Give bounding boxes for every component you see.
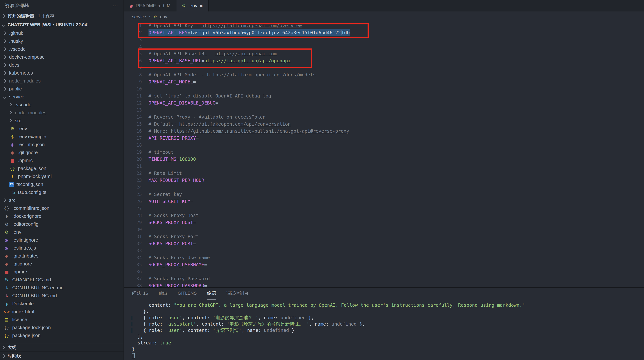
code-line-15[interactable]: 15# Default: https://ai.fakeopen.com/api… [124, 121, 644, 128]
outline-section[interactable]: 大纲 [0, 343, 124, 352]
tree-file-CONTRIBUTING.md[interactable]: ↓CONTRIBUTING.md [0, 292, 124, 300]
code-line-25[interactable]: 25# Secret key [124, 191, 644, 198]
code-line-9[interactable]: 9OPENAI_API_MODEL= [124, 78, 644, 85]
open-editors-section[interactable]: 打开的编辑器 1 未保存 [0, 11, 124, 20]
code-line-4[interactable]: 4 [124, 43, 644, 50]
tree-file-package.json[interactable]: {}package.json [0, 332, 124, 340]
terminal-token: content: [132, 303, 174, 308]
tree-file-.npmrc[interactable]: ■.npmrc [0, 268, 124, 276]
line-number: 1 [124, 22, 148, 29]
tree-file-.npmrc[interactable]: ■.npmrc [0, 156, 124, 164]
workspace-section[interactable]: CHATGPT-WEB [WSL: UBUNTU-22.04] [0, 20, 124, 29]
code-line-10[interactable]: 10 [124, 85, 644, 92]
code-line-33[interactable]: 33 [124, 247, 644, 254]
tree-folder-src[interactable]: src [0, 196, 124, 204]
tree-folder-node_modules[interactable]: node_modules [0, 109, 124, 117]
tree-file-package.json[interactable]: {}package.json [0, 164, 124, 172]
code-line-28[interactable]: 28# Socks Proxy Host [124, 212, 644, 219]
tree-folder-node_modules[interactable]: node_modules [0, 77, 124, 85]
code-line-13[interactable]: 13 [124, 107, 644, 114]
code-line-24[interactable]: 24 [124, 184, 644, 191]
tree-file-CHANGELOG.md[interactable]: ↻CHANGELOG.md [0, 276, 124, 284]
tree-file-tsup.config.ts[interactable]: TStsup.config.ts [0, 188, 124, 196]
code-token: # Socks Proxy Host [148, 213, 199, 218]
code-line-5[interactable]: 5# OpenAI API Base URL - https://api.ope… [124, 50, 644, 57]
code-line-20[interactable]: 20TIMEOUT_MS=100000 [124, 156, 644, 163]
code-line-31[interactable]: 31# Socks Proxy Port [124, 233, 644, 240]
code-line-23[interactable]: 23MAX_REQUEST_PER_HOUR= [124, 177, 644, 184]
panel-tab-终端[interactable]: 终端 [207, 288, 216, 300]
code-line-6[interactable]: 6OPENAI_API_BASE_URL=https://fastgpt.run… [124, 57, 644, 64]
tree-item-label: tsconfig.json [16, 181, 43, 187]
code-line-11[interactable]: 11# set `true` to disable OpenAI API deb… [124, 92, 644, 99]
panel-tab-输出[interactable]: 输出 [158, 288, 168, 300]
code-line-18[interactable]: 18 [124, 142, 644, 149]
tree-folder-service[interactable]: service [0, 93, 124, 101]
tree-folder-public[interactable]: public [0, 85, 124, 93]
breadcrumb-item-.env[interactable]: ⚙.env [154, 14, 167, 19]
tree-file-CONTRIBUTING.en.md[interactable]: ↓CONTRIBUTING.en.md [0, 284, 124, 292]
tree-file-.commitlintrc.json[interactable]: {}.commitlintrc.json [0, 204, 124, 212]
code-line-36[interactable]: 36 [124, 268, 644, 275]
code-line-37[interactable]: 37# Socks Proxy Password [124, 275, 644, 282]
tree-folder-kubernetes[interactable]: kubernetes [0, 69, 124, 77]
tree-folder-docs[interactable]: docs [0, 61, 124, 69]
tree-file-Dockerfile[interactable]: ◗Dockerfile [0, 300, 124, 308]
tree-folder-.vscode[interactable]: .vscode [0, 101, 124, 109]
breadcrumb-item-service[interactable]: service [132, 14, 146, 19]
tree-folder-src[interactable]: src [0, 117, 124, 125]
tree-file-.eslintrc.json[interactable]: ◉.eslintrc.json [0, 141, 124, 149]
tree-file-package-lock.json[interactable]: {}package-lock.json [0, 324, 124, 332]
code-line-8[interactable]: 8# OpenAI API Model - https://platform.o… [124, 71, 644, 78]
code-line-17[interactable]: 17API_REVERSE_PROXY= [124, 135, 644, 142]
tree-file-.eslintrc.cjs[interactable]: ◉.eslintrc.cjs [0, 244, 124, 252]
code-line-19[interactable]: 19# timeout [124, 149, 644, 156]
tree-item-label: .github [9, 30, 24, 36]
code-line-1[interactable]: 1# OpenAI API Key - https://platform.ope… [124, 22, 644, 29]
panel-tab-问题[interactable]: 问题16 [132, 288, 148, 300]
tree-file-.gitattributes[interactable]: ◆.gitattributes [0, 252, 124, 260]
code-line-38[interactable]: 38SOCKS_PROXY_PASSWORD= [124, 282, 644, 287]
timeline-section[interactable]: 时间线 [0, 352, 124, 360]
panel-tab-GITLENS[interactable]: GITLENS [178, 288, 197, 300]
code-line-16[interactable]: 16# More: https://github.com/transitive-… [124, 128, 644, 135]
tree-file-.env[interactable]: ⚙.env [0, 125, 124, 133]
tree-folder-.github[interactable]: .github [0, 29, 124, 37]
tree-file-.gitignore[interactable]: ◆.gitignore [0, 149, 124, 156]
code-line-27[interactable]: 27 [124, 205, 644, 212]
editor-tab-.env[interactable]: ⚙.env● [176, 0, 209, 11]
tree-file-.gitignore[interactable]: ◆.gitignore [0, 260, 124, 268]
tree-file-.editorconfig[interactable]: ⚙.editorconfig [0, 220, 124, 228]
code-line-7[interactable]: 7 [124, 64, 644, 71]
tree-file-pnpm-lock.yaml[interactable]: !pnpm-lock.yaml [0, 172, 124, 180]
code-line-3[interactable]: 3 [124, 36, 644, 43]
tree-file-index.html[interactable]: <>index.html [0, 308, 124, 316]
terminal[interactable]: content: "You are ChatGPT, a large langu… [124, 300, 644, 360]
code-line-12[interactable]: 12OPENAI_API_DISABLE_DEBUG= [124, 99, 644, 107]
tree-folder-docker-compose[interactable]: docker-compose [0, 53, 124, 61]
line-number: 18 [124, 142, 148, 149]
code-line-30[interactable]: 30 [124, 226, 644, 233]
code-line-26[interactable]: 26AUTH_SECRET_KEY= [124, 198, 644, 205]
code-line-2[interactable]: 2OPENAI_API_KEY=fastgpt-y6b3axfbdd5wyp01… [124, 29, 644, 36]
editor-tab-README.md[interactable]: ◉README.mdM [124, 0, 176, 11]
tree-file-tsconfig.json[interactable]: TStsconfig.json [0, 180, 124, 188]
tree-file-license[interactable]: ▤license [0, 316, 124, 324]
tree-folder-.vscode[interactable]: .vscode [0, 45, 124, 53]
tree-folder-.husky[interactable]: .husky [0, 37, 124, 45]
code-line-34[interactable]: 34# Socks Proxy Username [124, 254, 644, 261]
tree-file-.env.example[interactable]: $.env.example [0, 133, 124, 141]
code-line-29[interactable]: 29SOCKS_PROXY_HOST= [124, 219, 644, 226]
code-line-14[interactable]: 14# Reverse Proxy - Available on accessT… [124, 114, 644, 121]
code-editor[interactable]: 1# OpenAI API Key - https://platform.ope… [124, 22, 644, 287]
more-actions-icon[interactable]: ⋯ [112, 2, 119, 9]
code-line-35[interactable]: 35SOCKS_PROXY_USERNAME= [124, 261, 644, 268]
code-line-22[interactable]: 22# Rate Limit [124, 170, 644, 177]
panel-tab-调试控制台[interactable]: 调试控制台 [226, 288, 248, 300]
tree-file-.dockerignore[interactable]: ◗.dockerignore [0, 212, 124, 220]
tree-file-.eslintignore[interactable]: ◉.eslintignore [0, 236, 124, 244]
code-line-21[interactable]: 21 [124, 163, 644, 170]
line-content: # Rate Limit [148, 170, 182, 177]
code-line-32[interactable]: 32SOCKS_PROXY_PORT= [124, 240, 644, 247]
tree-file-.env[interactable]: ⚙.env [0, 228, 124, 236]
